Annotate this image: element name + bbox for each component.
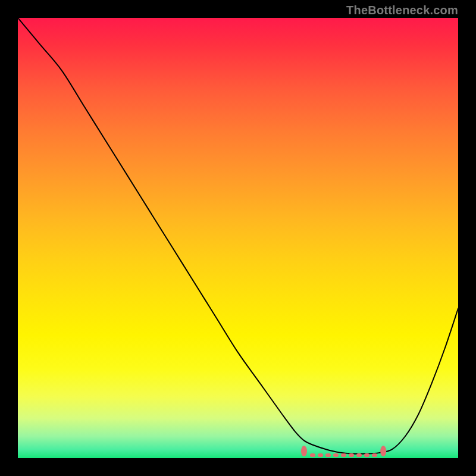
- bottleneck-curve: [18, 18, 458, 454]
- watermark-text: TheBottleneck.com: [346, 4, 458, 17]
- chart-frame: TheBottleneck.com: [0, 0, 476, 476]
- marker-left-oval: [301, 446, 307, 456]
- plot-area: [18, 18, 458, 458]
- marker-dash: [372, 453, 377, 457]
- marker-dash: [341, 453, 346, 457]
- marker-dash: [310, 453, 315, 457]
- marker-dash: [364, 453, 369, 457]
- chart-svg: [18, 18, 458, 458]
- marker-dash: [356, 453, 362, 457]
- marker-dash: [333, 453, 339, 457]
- marker-dash: [325, 453, 331, 457]
- marker-dash: [318, 453, 323, 457]
- marker-right-oval: [380, 446, 386, 456]
- flat-region-marker-group: [301, 446, 386, 457]
- marker-dash: [349, 453, 354, 457]
